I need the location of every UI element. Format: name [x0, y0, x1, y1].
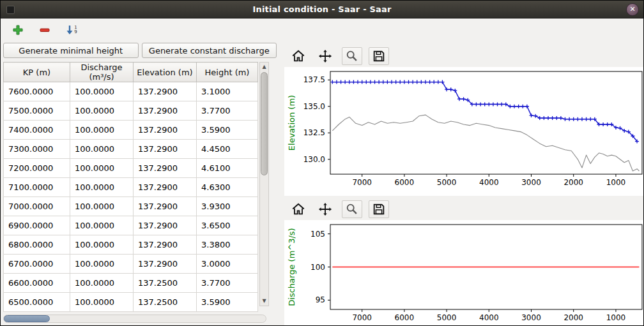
home-button[interactable] [288, 200, 309, 218]
close-button[interactable]: ✕ [626, 3, 639, 16]
remove-row-button[interactable] [36, 22, 53, 38]
table-cell[interactable]: 7400.0000 [4, 121, 70, 140]
table-cell[interactable]: 137.2900 [134, 178, 197, 197]
initial-condition-table: KP (m) Discharge (m³/s) Elevation (m) He… [3, 62, 258, 312]
table-cell[interactable]: 6900.0000 [4, 216, 70, 235]
table-cell[interactable]: 137.2900 [134, 216, 197, 235]
table-cell[interactable]: 3.5900 [197, 293, 258, 312]
generate-constant-discharge-button[interactable]: Generate constant discharge [142, 43, 277, 58]
table-cell[interactable]: 3.3800 [197, 235, 258, 255]
table-cell[interactable]: 4.6100 [197, 159, 258, 178]
table-cell[interactable]: 100.0000 [70, 274, 134, 293]
horizontal-scrollbar-thumb[interactable] [4, 315, 50, 322]
table-row[interactable]: 6600.0000100.0000137.25003.7700 [4, 274, 258, 293]
table-cell[interactable]: 7300.0000 [4, 140, 70, 159]
table-cell[interactable]: 100.0000 [70, 159, 134, 178]
table-cell[interactable]: 6600.0000 [4, 274, 70, 293]
table-cell[interactable]: 6500.0000 [4, 293, 70, 312]
table-row[interactable]: 7500.0000100.0000137.29003.7700 [4, 101, 258, 121]
table-row[interactable]: 7300.0000100.0000137.29004.4500 [4, 140, 258, 159]
table-cell[interactable]: 3.6500 [197, 216, 258, 235]
table-cell[interactable]: 100.0000 [70, 121, 134, 140]
zoom-button[interactable] [342, 47, 362, 65]
table-cell[interactable]: 4.6300 [197, 178, 258, 197]
save-button[interactable] [369, 47, 389, 65]
add-row-button[interactable] [10, 22, 26, 38]
table-cell[interactable]: 3.5900 [197, 121, 258, 140]
table-cell[interactable]: 6800.0000 [4, 235, 70, 255]
home-button[interactable] [288, 47, 309, 65]
table-row[interactable]: 6900.0000100.0000137.29003.6500 [4, 216, 258, 235]
table-cell[interactable]: 137.2900 [134, 82, 197, 101]
table-row[interactable]: 7400.0000100.0000137.29003.5900 [4, 121, 258, 140]
scrollbar-thumb[interactable] [261, 72, 268, 175]
table-cell[interactable]: 100.0000 [70, 197, 134, 216]
scroll-down-arrow-icon[interactable]: ▼ [260, 297, 268, 306]
generate-minimal-height-button[interactable]: Generate minimal height [3, 43, 139, 58]
table-cell[interactable]: 3.7700 [197, 274, 258, 293]
table-cell[interactable]: 100.0000 [70, 140, 134, 159]
table-cell[interactable]: 7200.0000 [4, 159, 70, 178]
pan-button[interactable] [315, 200, 335, 218]
svg-text:95: 95 [316, 295, 325, 304]
table-cell[interactable]: 137.2900 [134, 121, 197, 140]
header-elevation[interactable]: Elevation (m) [134, 63, 197, 82]
zoom-button[interactable] [342, 200, 362, 218]
svg-text:3000: 3000 [521, 178, 541, 187]
svg-text:7000: 7000 [352, 178, 372, 187]
table-cell[interactable]: 137.2900 [134, 101, 197, 121]
table-row[interactable]: 6700.0000100.0000137.29003.0000 [4, 255, 258, 274]
table-cell[interactable]: 137.2900 [134, 197, 197, 216]
table-cell[interactable]: 100.0000 [70, 101, 134, 121]
window-title: Initial condition - Saar - Saar [252, 4, 391, 14]
table-row[interactable]: 7000.0000100.0000137.29003.9300 [4, 197, 258, 216]
table-cell[interactable]: 3.1000 [197, 82, 258, 101]
header-discharge[interactable]: Discharge (m³/s) [70, 63, 134, 82]
table-cell[interactable]: 137.2500 [134, 274, 197, 293]
table-row[interactable]: 7600.0000100.0000137.29003.1000 [4, 82, 258, 101]
table-cell[interactable]: 7500.0000 [4, 101, 70, 121]
table-cell[interactable]: 3.9300 [197, 197, 258, 216]
header-kp[interactable]: KP (m) [4, 63, 70, 82]
table-cell[interactable]: 100.0000 [70, 178, 134, 197]
table-row[interactable]: 7100.0000100.0000137.29004.6300 [4, 178, 258, 197]
table-cell[interactable]: 100.0000 [70, 255, 134, 274]
vertical-scrollbar[interactable]: ▲ ▼ [259, 62, 269, 306]
table-row[interactable]: 6800.0000100.0000137.29003.3800 [4, 235, 258, 255]
app-icon [6, 6, 15, 14]
elevation-chart-box: 7000600050004000300020001000130.0132.513… [284, 67, 644, 196]
pan-arrows-icon [318, 202, 332, 216]
scrollbar-track[interactable] [260, 71, 268, 297]
left-panel: Generate minimal height Generate constan… [1, 41, 279, 325]
table-cell[interactable]: 137.2900 [134, 255, 197, 274]
table-cell[interactable]: 100.0000 [70, 82, 134, 101]
table-cell[interactable]: 4.4500 [197, 140, 258, 159]
svg-text:6000: 6000 [395, 178, 415, 187]
discharge-chart: 700060005000400030002000100095100105Disc… [284, 220, 644, 326]
horizontal-scrollbar[interactable] [3, 315, 266, 323]
table-row[interactable]: 6500.0000100.0000137.25003.5900 [4, 293, 258, 312]
pan-button[interactable] [315, 47, 335, 65]
table-cell[interactable]: 100.0000 [70, 235, 134, 255]
table-cell[interactable]: 137.2500 [134, 293, 197, 312]
table-cell[interactable]: 100.0000 [70, 293, 134, 312]
table-cell[interactable]: 137.2900 [134, 140, 197, 159]
table-cell[interactable]: 100.0000 [70, 216, 134, 235]
table-cell[interactable]: 3.0000 [197, 255, 258, 274]
svg-text:4000: 4000 [479, 178, 499, 187]
plus-icon [12, 24, 24, 36]
scroll-up-arrow-icon[interactable]: ▲ [260, 63, 268, 71]
header-height[interactable]: Height (m) [197, 63, 258, 82]
table-cell[interactable]: 3.7700 [197, 101, 258, 121]
table-cell[interactable]: 7000.0000 [4, 197, 70, 216]
table-row[interactable]: 7200.0000100.0000137.29004.6100 [4, 159, 258, 178]
table-cell[interactable]: 6700.0000 [4, 255, 70, 274]
table-cell[interactable]: 7600.0000 [4, 82, 70, 101]
table-cell[interactable]: 137.2900 [134, 159, 197, 178]
svg-text:5000: 5000 [437, 313, 457, 322]
sort-button[interactable]: 1 9 [63, 22, 80, 38]
table-cell[interactable]: 137.2900 [134, 235, 197, 255]
table-cell[interactable]: 7100.0000 [4, 178, 70, 197]
save-button[interactable] [369, 200, 389, 218]
right-panel: 7000600050004000300020001000130.0132.513… [279, 41, 644, 325]
